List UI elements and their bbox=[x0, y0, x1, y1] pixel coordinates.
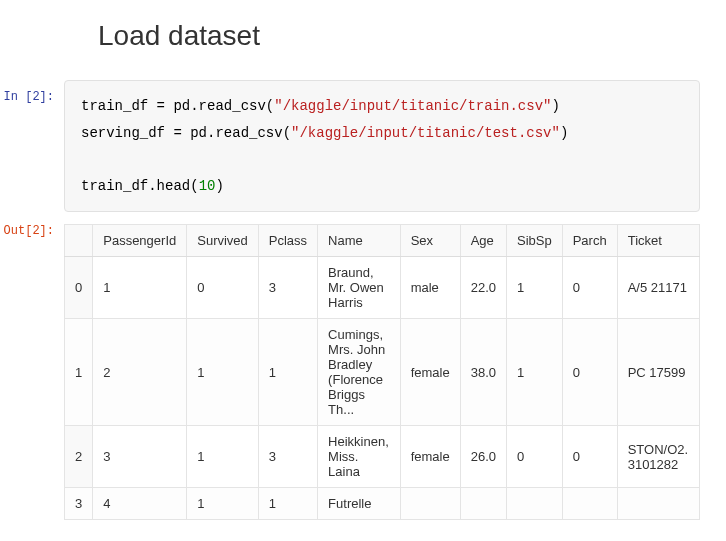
column-header: Ticket bbox=[617, 225, 699, 257]
cell: 1 bbox=[187, 488, 259, 520]
table-header-row: PassengerId Survived Pclass Name Sex Age… bbox=[65, 225, 700, 257]
cell: Futrelle bbox=[318, 488, 401, 520]
table-row: 2 3 1 3 Heikkinen, Miss. Laina female 26… bbox=[65, 426, 700, 488]
column-header: Parch bbox=[562, 225, 617, 257]
cell: 1 bbox=[187, 319, 259, 426]
cell: 0 bbox=[562, 257, 617, 319]
cell: female bbox=[400, 426, 460, 488]
cell: 0 bbox=[507, 426, 563, 488]
column-header: Survived bbox=[187, 225, 259, 257]
column-header: Sex bbox=[400, 225, 460, 257]
code-token: ) bbox=[215, 178, 223, 194]
dataframe-table: PassengerId Survived Pclass Name Sex Age… bbox=[64, 224, 700, 520]
cell: 0 bbox=[562, 319, 617, 426]
column-header: PassengerId bbox=[93, 225, 187, 257]
cell bbox=[507, 488, 563, 520]
cell: 2 bbox=[93, 319, 187, 426]
row-index: 1 bbox=[65, 319, 93, 426]
cell: 0 bbox=[562, 426, 617, 488]
cell: PC 17599 bbox=[617, 319, 699, 426]
cell: A/5 21171 bbox=[617, 257, 699, 319]
section-heading: Load dataset bbox=[98, 20, 706, 52]
cell: 1 bbox=[93, 257, 187, 319]
code-token: train_df.head( bbox=[81, 178, 199, 194]
cell: 22.0 bbox=[460, 257, 506, 319]
row-index: 3 bbox=[65, 488, 93, 520]
input-prompt: In [2]: bbox=[0, 80, 64, 104]
cell: 0 bbox=[187, 257, 259, 319]
cell: male bbox=[400, 257, 460, 319]
cell: 38.0 bbox=[460, 319, 506, 426]
column-header: SibSp bbox=[507, 225, 563, 257]
cell: female bbox=[400, 319, 460, 426]
code-cell: In [2]: train_df = pd.read_csv("/kaggle/… bbox=[0, 80, 706, 212]
row-index: 2 bbox=[65, 426, 93, 488]
output-prompt: Out[2]: bbox=[0, 220, 64, 238]
table-row: 3 4 1 1 Futrelle bbox=[65, 488, 700, 520]
code-number: 10 bbox=[199, 178, 216, 194]
cell: 3 bbox=[93, 426, 187, 488]
cell: Braund, Mr. Owen Harris bbox=[318, 257, 401, 319]
cell: 1 bbox=[258, 319, 317, 426]
cell: 3 bbox=[258, 426, 317, 488]
column-header: Pclass bbox=[258, 225, 317, 257]
code-token: ) bbox=[551, 98, 559, 114]
column-header: Age bbox=[460, 225, 506, 257]
code-string: "/kaggle/input/titanic/test.csv" bbox=[291, 125, 560, 141]
output-cell: Out[2]: PassengerId Survived Pclass Name… bbox=[0, 220, 706, 520]
code-input-area[interactable]: train_df = pd.read_csv("/kaggle/input/ti… bbox=[64, 80, 700, 212]
cell: Cumings, Mrs. John Bradley (Florence Bri… bbox=[318, 319, 401, 426]
cell bbox=[617, 488, 699, 520]
output-area: PassengerId Survived Pclass Name Sex Age… bbox=[64, 220, 700, 520]
cell bbox=[460, 488, 506, 520]
row-index: 0 bbox=[65, 257, 93, 319]
cell: 1 bbox=[507, 319, 563, 426]
code-token: serving_df = pd.read_csv( bbox=[81, 125, 291, 141]
code-token: train_df = pd.read_csv( bbox=[81, 98, 274, 114]
dataframe-wrapper[interactable]: PassengerId Survived Pclass Name Sex Age… bbox=[64, 224, 700, 520]
cell: STON/O2. 3101282 bbox=[617, 426, 699, 488]
cell: 1 bbox=[507, 257, 563, 319]
cell bbox=[562, 488, 617, 520]
cell: 1 bbox=[187, 426, 259, 488]
cell bbox=[400, 488, 460, 520]
index-header bbox=[65, 225, 93, 257]
code-token: ) bbox=[560, 125, 568, 141]
cell: Heikkinen, Miss. Laina bbox=[318, 426, 401, 488]
notebook-container: Load dataset In [2]: train_df = pd.read_… bbox=[0, 0, 726, 520]
column-header: Name bbox=[318, 225, 401, 257]
code-string: "/kaggle/input/titanic/train.csv" bbox=[274, 98, 551, 114]
cell: 26.0 bbox=[460, 426, 506, 488]
table-row: 1 2 1 1 Cumings, Mrs. John Bradley (Flor… bbox=[65, 319, 700, 426]
table-row: 0 1 0 3 Braund, Mr. Owen Harris male 22.… bbox=[65, 257, 700, 319]
cell: 3 bbox=[258, 257, 317, 319]
cell: 4 bbox=[93, 488, 187, 520]
cell: 1 bbox=[258, 488, 317, 520]
